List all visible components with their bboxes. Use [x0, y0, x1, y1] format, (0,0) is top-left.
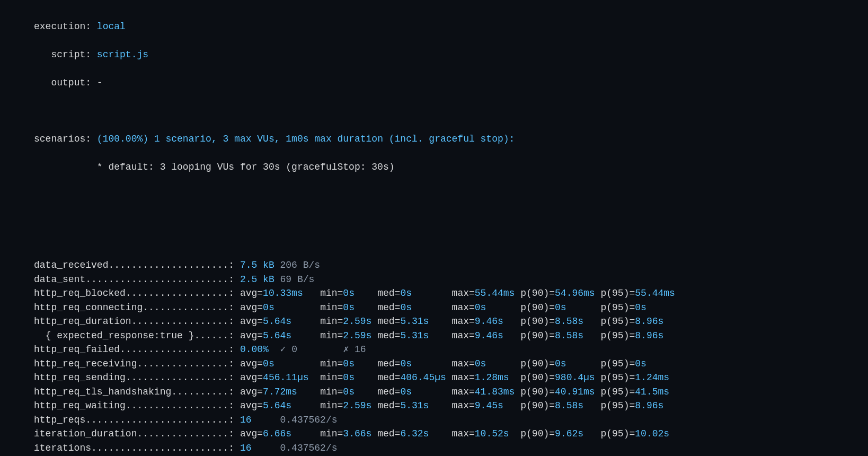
metric-http-req-receiving: http_req_receiving................: avg=…	[5, 357, 863, 371]
metric-http-req-failed: http_req_failed...................: 0.00…	[5, 343, 863, 357]
metric-iteration-duration: iteration_duration................: avg=…	[5, 427, 863, 441]
metric-http-req-duration-sub: { expected_response:true }......: avg=5.…	[5, 329, 863, 343]
metrics-block: data_received.....................: 7.5 …	[5, 258, 863, 456]
metric-data-received: data_received.....................: 7.5 …	[5, 258, 863, 273]
metric-iterations: iterations........................: 16 0…	[5, 441, 863, 455]
metric-http-req-blocked: http_req_blocked..................: avg=…	[5, 286, 863, 301]
metric-data-sent: data_sent.........................: 2.5 …	[5, 273, 863, 287]
header-scenarios: scenarios: (100.00%) 1 scenario, 3 max V…	[5, 132, 863, 146]
metric-http-req-tls-handshaking: http_req_tls_handshaking..........: avg=…	[5, 385, 863, 399]
metric-http-req-duration: http_req_duration.................: avg=…	[5, 314, 863, 329]
metric-http-req-sending: http_req_sending..................: avg=…	[5, 371, 863, 385]
metric-http-reqs: http_reqs.........................: 16 0…	[5, 413, 863, 427]
metric-http-req-connecting: http_req_connecting...............: avg=…	[5, 301, 863, 315]
terminal-output: execution: local script: script.js outpu…	[0, 0, 868, 456]
header-execution: execution: local	[5, 20, 863, 34]
metric-http-req-waiting: http_req_waiting..................: avg=…	[5, 399, 863, 413]
header-script: script: script.js	[5, 48, 863, 62]
header-scenarios-detail: * default: 3 looping VUs for 30s (gracef…	[5, 160, 863, 174]
header-output: output: -	[5, 76, 863, 90]
